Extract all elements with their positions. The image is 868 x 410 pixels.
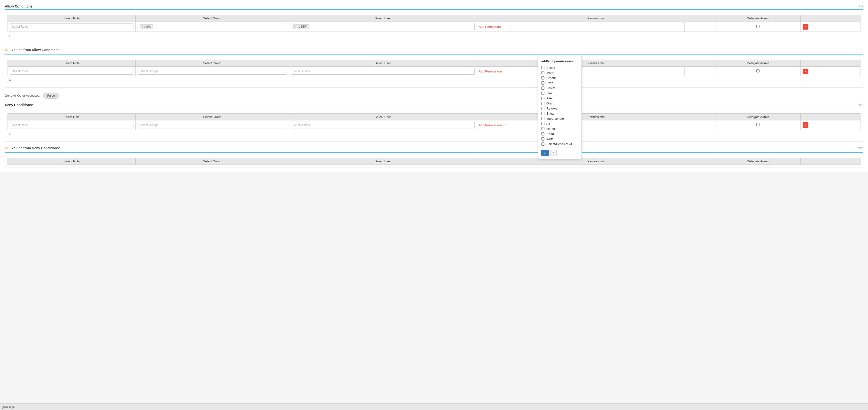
popup-item-use[interactable]: Use — [538, 91, 582, 96]
popup-item-all[interactable]: All — [538, 121, 582, 126]
popup-label-grant: Grant — [547, 101, 554, 105]
popup-item-execute[interactable]: execute — [538, 126, 582, 131]
popup-label-impersonate: Impersonate — [547, 117, 564, 120]
excl-allow-add-row-btn[interactable]: + — [7, 76, 861, 85]
popup-checkbox-alter[interactable] — [541, 97, 545, 100]
popup-item-show[interactable]: Show — [538, 111, 582, 116]
deny-conditions-title: Deny Conditions: — [5, 103, 33, 107]
allow-conditions-hide[interactable]: hide — [858, 5, 863, 8]
allow-row1-user-tag-remove[interactable]: × — [295, 25, 297, 28]
popup-item-alter[interactable]: Alter — [538, 96, 582, 101]
deny-all-toggle[interactable]: False — [43, 93, 59, 99]
popup-label-execute: execute — [547, 127, 558, 130]
excl-allow-row1-role-cell: Select Roles — [8, 67, 135, 76]
allow-row1-addedit-cell — [684, 22, 715, 32]
excl-allow-row1-delegate-checkbox[interactable] — [756, 69, 760, 72]
popup-checkbox-impersonate[interactable] — [541, 117, 545, 120]
deny-row1-group-cell: Select Groups — [135, 120, 289, 130]
allow-conditions-header: Allow Conditions: hide — [5, 2, 863, 10]
allow-row1-delete-btn[interactable]: × — [803, 24, 808, 30]
popup-label-show: Show — [547, 112, 554, 115]
deny-row1-addedit-cell — [688, 120, 715, 130]
allow-add-row-btn[interactable]: + — [7, 32, 861, 41]
excl-allow-row1-user-cell: Select Users — [289, 67, 476, 76]
popup-item-insert[interactable]: Insert — [538, 70, 582, 76]
popup-item-revoke[interactable]: Revoke — [538, 106, 582, 111]
popup-checkbox-grant[interactable] — [541, 102, 545, 105]
popup-label-read: Read — [547, 132, 554, 136]
bottom-col-group: Select Group — [135, 158, 289, 165]
popup-checkbox-use[interactable] — [541, 92, 545, 95]
popup-label-revoke: Revoke — [547, 107, 557, 110]
deny-all-label: Deny All Other Accesses: — [5, 94, 40, 97]
popup-checkbox-drop[interactable] — [541, 81, 545, 85]
allow-row1-group-input[interactable]: × public — [137, 23, 287, 30]
allow-conditions-table: Select Role Select Group Select User Per… — [7, 15, 861, 32]
popup-ok-btn[interactable]: ✓ — [541, 150, 549, 156]
deny-row1-add-plus-icon[interactable]: + — [504, 123, 506, 127]
deny-conditions-table: Select Role Select Group Select User Per… — [7, 113, 861, 130]
excl-allow-row1-role-input[interactable]: Select Roles — [10, 68, 133, 75]
popup-checkbox-delete[interactable] — [541, 87, 545, 90]
bottom-table-wrapper: Select Role Select Group Select User Per… — [5, 155, 863, 168]
popup-item-impersonate[interactable]: Impersonate — [538, 116, 582, 121]
deny-row1-role-placeholder: Select Roles — [12, 123, 28, 127]
popup-item-select-deselect-all[interactable]: Select/Deselect All — [538, 142, 582, 147]
popup-item-drop[interactable]: Drop — [538, 81, 582, 86]
popup-item-delete[interactable]: Delete — [538, 86, 582, 91]
excl-allow-row1-role-placeholder: Select Roles — [12, 69, 28, 73]
popup-item-write[interactable]: Write — [538, 137, 582, 142]
excl-allow-row1-group-input[interactable]: Select Groups — [137, 68, 287, 75]
popup-checkbox-select[interactable] — [541, 66, 545, 69]
popup-checkbox-read[interactable] — [541, 132, 545, 136]
deny-row1-user-cell: Select Users — [289, 120, 476, 130]
popup-item-create[interactable]: Create — [538, 76, 582, 81]
deny-row1-add-permissions-btn[interactable]: Add Permissions — [479, 123, 502, 127]
allow-row1-delegate-checkbox[interactable] — [756, 25, 760, 28]
excl-allow-row1-user-placeholder: Select Users — [293, 69, 310, 73]
deny-row1-group-input[interactable]: Select Groups — [137, 122, 287, 128]
popup-label-drop: Drop — [547, 81, 553, 85]
deny-col-delegate: Delegate Admin — [715, 114, 801, 120]
deny-row1-delete-btn[interactable]: × — [803, 122, 808, 128]
deny-all-row: Deny All Other Accesses: False — [5, 90, 863, 101]
popup-checkbox-execute[interactable] — [541, 127, 545, 130]
exclude-deny-warning-icon: ⚠ — [5, 146, 8, 150]
popup-label-alter: Alter — [547, 96, 553, 100]
popup-checkbox-all[interactable] — [541, 122, 545, 125]
allow-row1-group-tag: × public — [140, 24, 153, 29]
exclude-allow-header: ⚠ Exclude from Allow Conditions: — [5, 46, 863, 55]
exclude-allow-title: Exclude from Allow Conditions: — [9, 48, 61, 52]
popup-checkbox-select-deselect-all[interactable] — [541, 143, 545, 146]
excl-allow-row1-delegate-cell — [715, 67, 801, 76]
allow-row1-group-tag-remove[interactable]: × — [142, 25, 143, 28]
excl-allow-row1-user-input[interactable]: Select Users — [291, 68, 475, 75]
popup-checkbox-show[interactable] — [541, 112, 545, 115]
deny-add-row-btn[interactable]: + — [7, 130, 861, 139]
excl-allow-row1-delete-btn[interactable]: × — [803, 68, 808, 74]
allow-table-col-action — [801, 15, 861, 22]
popup-checkbox-create[interactable] — [541, 76, 545, 80]
excl-allow-row1-delete-cell: × — [801, 67, 861, 76]
deny-row1-group-placeholder: Select Groups — [140, 123, 158, 127]
allow-row1-user-input[interactable]: × {USER} — [291, 23, 475, 30]
deny-row1-user-input[interactable]: Select Users — [291, 122, 475, 128]
popup-item-read[interactable]: Read — [538, 131, 582, 137]
allow-table-col-user: Select User — [289, 15, 476, 22]
popup-label-select-deselect-all: Select/Deselect All — [547, 142, 572, 146]
deny-conditions-hide[interactable]: hide — [858, 103, 863, 107]
popup-checkbox-insert[interactable] — [541, 71, 545, 75]
excl-allow-row1-add-permissions-btn[interactable]: Add Permissions — [479, 69, 502, 73]
popup-cancel-btn[interactable]: × — [550, 150, 557, 156]
popup-item-select[interactable]: Select — [538, 65, 582, 70]
allow-table-col-group: Select Group — [135, 15, 289, 22]
exclude-allow-col-permissions: Permissions — [476, 60, 715, 67]
allow-row1-role-input[interactable]: Select Roles — [10, 23, 133, 30]
allow-row1-add-permissions-btn[interactable]: Add Permissions — [479, 25, 502, 29]
popup-checkbox-write[interactable] — [541, 137, 545, 141]
popup-item-grant[interactable]: Grant — [538, 101, 582, 106]
deny-row1-role-input[interactable]: Select Roles — [10, 122, 133, 128]
exclude-deny-hide[interactable]: hide — [858, 146, 863, 150]
popup-checkbox-revoke[interactable] — [541, 107, 545, 110]
deny-row1-delegate-checkbox[interactable] — [756, 123, 760, 126]
